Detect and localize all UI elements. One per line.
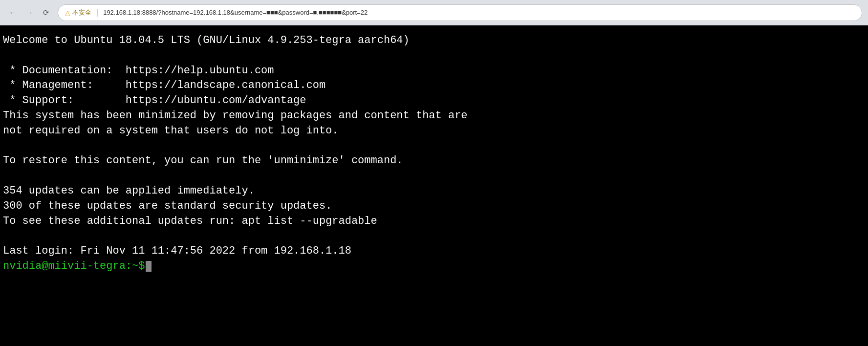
system-line-1: This system has been minimized by removi…: [3, 108, 863, 124]
updates-line-1: 354 updates can be applied immediately.: [3, 184, 863, 199]
cursor: [146, 261, 152, 272]
system-line-2: not required on a system that users do n…: [3, 124, 863, 139]
doc-line: * Documentation: https://help.ubuntu.com: [3, 64, 863, 79]
restore-line: To restore this content, you can run the…: [3, 153, 863, 169]
updates-line-3: To see these additional updates run: apt…: [3, 214, 863, 229]
welcome-line: Welcome to Ubuntu 18.04.5 LTS (GNU/Linux…: [3, 33, 863, 48]
doc-url: https://help.ubuntu.com: [126, 65, 274, 77]
address-text: 192.168.1.18:8888/?hostname=192.168.1.18…: [103, 9, 855, 16]
empty-line-4: [3, 229, 863, 244]
empty-line-3: [3, 169, 863, 184]
security-label: 不安全: [72, 8, 91, 17]
terminal[interactable]: Welcome to Ubuntu 18.04.5 LTS (GNU/Linux…: [0, 25, 868, 346]
mgmt-line: * Management: https://landscape.canonica…: [3, 78, 863, 93]
last-login-line: Last login: Fri Nov 11 11:47:56 2022 fro…: [3, 244, 863, 259]
address-bar[interactable]: △ 不安全 | 192.168.1.18:8888/?hostname=192.…: [58, 4, 862, 21]
address-separator: |: [96, 8, 98, 17]
nav-buttons: ← → ⟳: [6, 6, 53, 20]
support-line: * Support: https://ubuntu.com/advantage: [3, 93, 863, 108]
prompt-line: nvidia@miivii-tegra:~$: [3, 259, 863, 274]
mgmt-url: https://landscape.canonical.com: [126, 79, 326, 91]
support-url: https://ubuntu.com/advantage: [126, 94, 306, 107]
browser-chrome: ← → ⟳ △ 不安全 | 192.168.1.18:8888/?hostnam…: [0, 0, 868, 25]
empty-line-2: [3, 139, 863, 154]
warning-icon: △: [65, 9, 70, 17]
back-button[interactable]: ←: [6, 6, 20, 20]
prompt-text: nvidia@miivii-tegra:~$: [3, 259, 145, 274]
empty-line-1: [3, 48, 863, 64]
forward-button[interactable]: →: [22, 6, 36, 20]
updates-line-2: 300 of these updates are standard securi…: [3, 199, 863, 214]
refresh-button[interactable]: ⟳: [39, 6, 53, 20]
security-warning: △ 不安全: [65, 8, 91, 17]
